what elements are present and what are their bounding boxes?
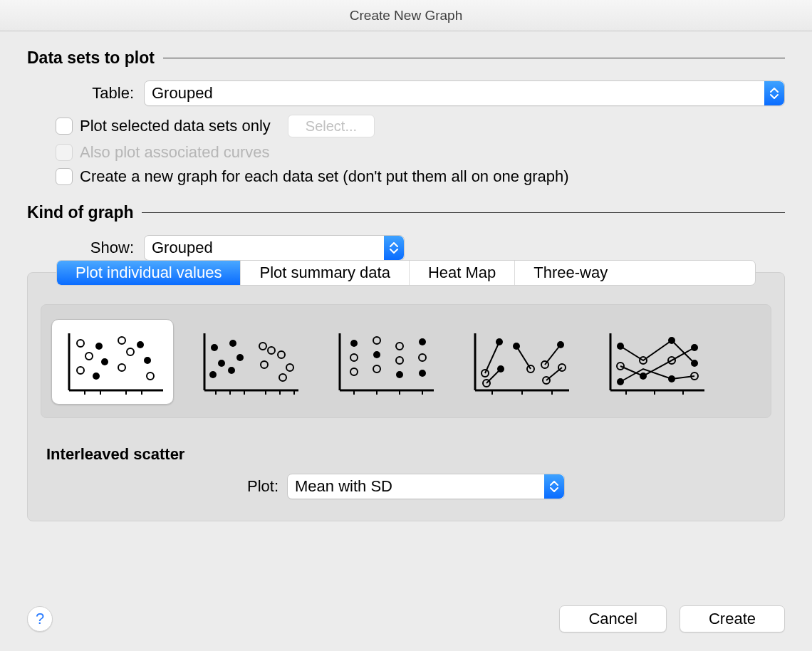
svg-point-29 xyxy=(229,340,236,347)
svg-point-81 xyxy=(617,343,624,350)
svg-point-88 xyxy=(691,344,698,351)
graph-thumbnails-row xyxy=(41,304,771,418)
section-rule xyxy=(163,58,785,58)
svg-point-54 xyxy=(419,354,426,361)
create-button[interactable]: Create xyxy=(680,605,785,632)
svg-point-10 xyxy=(101,358,108,365)
plot-select-value: Mean with SD xyxy=(295,477,392,496)
table-select[interactable]: Grouped xyxy=(144,80,785,106)
section-rule xyxy=(142,212,785,213)
svg-point-50 xyxy=(396,343,403,350)
graph-thumb-1[interactable] xyxy=(51,319,174,405)
svg-point-46 xyxy=(350,368,358,375)
window-titlebar: Create New Graph xyxy=(0,0,812,31)
svg-point-11 xyxy=(93,373,100,380)
svg-point-14 xyxy=(118,364,125,371)
svg-point-8 xyxy=(77,367,84,374)
svg-point-65 xyxy=(513,343,520,350)
svg-point-72 xyxy=(497,365,504,373)
help-button[interactable]: ? xyxy=(27,606,53,632)
graph-thumb-5[interactable] xyxy=(593,319,715,405)
checkbox-plot-selected-label: Plot selected data sets only xyxy=(80,117,271,135)
scatter-stacked-icon xyxy=(330,326,437,397)
checkbox-plot-selected[interactable] xyxy=(56,118,73,135)
svg-point-7 xyxy=(85,353,93,360)
svg-point-69 xyxy=(557,341,564,348)
table-select-value: Grouped xyxy=(152,84,213,103)
table-row: Table: Grouped xyxy=(56,80,785,106)
section-heading-datasets: Data sets to plot xyxy=(27,48,785,68)
kind-subheading: Interleaved scatter xyxy=(46,445,784,464)
svg-point-48 xyxy=(373,351,380,358)
svg-point-16 xyxy=(144,357,151,364)
svg-point-51 xyxy=(396,357,403,364)
scatter-interleaved-icon xyxy=(59,326,166,397)
svg-line-61 xyxy=(485,342,499,373)
connected-lines-icon xyxy=(600,326,707,397)
option-new-graph-each: Create a new graph for each data set (do… xyxy=(56,167,785,186)
svg-point-44 xyxy=(350,340,358,347)
show-select-value: Grouped xyxy=(152,239,213,257)
svg-point-28 xyxy=(209,371,217,378)
tab-plot-individual-values[interactable]: Plot individual values xyxy=(57,261,241,285)
svg-point-12 xyxy=(118,337,125,344)
updown-icon[interactable] xyxy=(384,236,404,260)
svg-point-34 xyxy=(261,361,268,368)
kind-tabs: Plot individual values Plot summary data… xyxy=(56,260,756,286)
option-assoc-curves: Also plot associated curves xyxy=(56,143,785,162)
show-select[interactable]: Grouped xyxy=(144,235,405,261)
plot-label: Plot: xyxy=(247,477,279,496)
tab-heat-map[interactable]: Heat Map xyxy=(410,261,515,285)
cancel-button[interactable]: Cancel xyxy=(559,605,666,632)
checkbox-assoc-curves-label: Also plot associated curves xyxy=(80,143,270,162)
section-heading-kind: Kind of graph xyxy=(27,203,785,222)
tab-plot-summary-data[interactable]: Plot summary data xyxy=(241,261,409,285)
updown-icon[interactable] xyxy=(544,474,564,499)
dialog-content: Data sets to plot Table: Grouped Plot se… xyxy=(0,31,812,541)
svg-point-63 xyxy=(496,338,503,345)
checkbox-new-graph-each-label: Create a new graph for each data set (do… xyxy=(80,167,569,186)
svg-point-35 xyxy=(278,351,285,358)
checkbox-assoc-curves xyxy=(56,144,73,161)
section-title-kind: Kind of graph xyxy=(27,203,133,222)
dialog-footer: ? Cancel Create xyxy=(0,587,812,651)
plot-row: Plot: Mean with SD xyxy=(28,474,784,499)
checkbox-new-graph-each[interactable] xyxy=(56,168,73,185)
svg-point-17 xyxy=(147,373,154,380)
svg-point-47 xyxy=(373,337,380,344)
svg-point-53 xyxy=(419,338,426,345)
svg-point-6 xyxy=(77,340,84,347)
graph-thumb-3[interactable] xyxy=(322,319,444,405)
svg-point-89 xyxy=(617,378,624,385)
svg-point-9 xyxy=(95,343,103,350)
svg-point-36 xyxy=(286,364,293,371)
help-icon: ? xyxy=(36,610,44,628)
option-plot-selected: Plot selected data sets only Select... xyxy=(56,115,785,137)
svg-point-37 xyxy=(279,374,286,381)
svg-point-86 xyxy=(640,373,647,380)
plot-select[interactable]: Mean with SD xyxy=(287,474,565,499)
svg-point-45 xyxy=(350,354,358,361)
select-button[interactable]: Select... xyxy=(288,115,375,137)
show-row: Show: Grouped xyxy=(56,235,785,261)
window-title: Create New Graph xyxy=(350,8,462,24)
connected-segments-icon xyxy=(465,326,572,397)
svg-point-83 xyxy=(668,337,675,344)
svg-point-33 xyxy=(268,347,275,354)
table-label: Table: xyxy=(56,84,144,103)
svg-point-90 xyxy=(668,375,675,382)
svg-point-31 xyxy=(228,367,235,374)
updown-icon[interactable] xyxy=(764,81,784,105)
tab-three-way[interactable]: Three-way xyxy=(515,261,626,285)
kind-panel: Plot individual values Plot summary data… xyxy=(27,272,785,521)
svg-point-26 xyxy=(211,344,218,351)
svg-point-15 xyxy=(137,341,144,348)
svg-point-13 xyxy=(127,348,134,355)
graph-thumb-2[interactable] xyxy=(187,319,309,405)
svg-point-52 xyxy=(396,371,403,378)
graph-thumb-4[interactable] xyxy=(457,319,580,405)
svg-point-32 xyxy=(259,343,266,350)
svg-point-27 xyxy=(218,360,225,367)
svg-point-55 xyxy=(419,370,426,377)
section-title-datasets: Data sets to plot xyxy=(27,48,155,68)
